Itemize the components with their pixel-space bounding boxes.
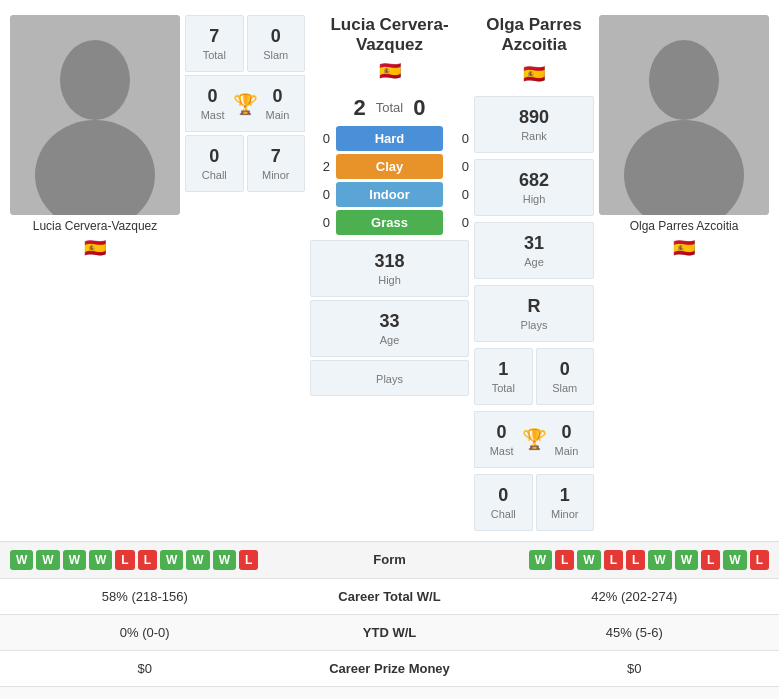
right-player-name-top: Olga Parres Azcoitia bbox=[474, 15, 594, 60]
ytd-wl-right: 45% (5-6) bbox=[500, 625, 770, 640]
left-slam-box: 0 Slam bbox=[247, 15, 306, 72]
total-left: 2 bbox=[354, 95, 366, 121]
right-rank-box: 890 Rank bbox=[474, 96, 594, 153]
left-plays-box: Plays bbox=[310, 360, 469, 396]
right-player-photo bbox=[599, 15, 769, 215]
ytd-wl-left: 0% (0-0) bbox=[10, 625, 280, 640]
right-player-flag: 🇪🇸 bbox=[673, 233, 695, 263]
form-row: W W W W L L W W W L Form W L W L L W W L bbox=[0, 542, 779, 579]
left-form-w5: W bbox=[160, 550, 183, 570]
left-minor-box: 7 Minor bbox=[247, 135, 306, 192]
right-form-w3: W bbox=[648, 550, 671, 570]
left-form-w1: W bbox=[10, 550, 33, 570]
right-player-photo-col: Olga Parres Azcoitia 🇪🇸 bbox=[599, 15, 769, 531]
svg-point-3 bbox=[624, 120, 744, 215]
right-form-l4: L bbox=[701, 550, 720, 570]
form-label: Form bbox=[315, 552, 465, 567]
total-right: 0 bbox=[413, 95, 425, 121]
left-form-l3: L bbox=[239, 550, 258, 570]
left-form-w4: W bbox=[89, 550, 112, 570]
prize-money-row: $0 Career Prize Money $0 bbox=[0, 651, 779, 687]
svg-point-2 bbox=[649, 40, 719, 120]
career-total-label: Career Total W/L bbox=[280, 589, 500, 604]
left-mast-cell: 0 Mast bbox=[201, 86, 225, 121]
left-player-flag: 🇪🇸 bbox=[84, 233, 106, 263]
indoor-row: 0 Indoor 0 bbox=[310, 182, 469, 207]
right-form-l2: L bbox=[604, 550, 623, 570]
left-trophy-row: 0 Mast 🏆 0 Main bbox=[185, 75, 305, 132]
left-form-l2: L bbox=[138, 550, 157, 570]
career-total-left: 58% (218-156) bbox=[10, 589, 280, 604]
clay-row: 2 Clay 0 bbox=[310, 154, 469, 179]
ytd-wl-row: 0% (0-0) YTD W/L 45% (5-6) bbox=[0, 615, 779, 651]
center-col: Lucia Cervera-Vazquez 🇪🇸 2 Total 0 0 Har… bbox=[310, 15, 469, 531]
grass-row: 0 Grass 0 bbox=[310, 210, 469, 235]
right-main-cell: 0 Main bbox=[555, 422, 579, 457]
right-chall-minor: 0 Chall 1 Minor bbox=[474, 474, 594, 531]
right-player-name: Olga Parres Azcoitia bbox=[630, 215, 739, 233]
right-age-box: 31 Age bbox=[474, 222, 594, 279]
right-stats-col: Olga Parres Azcoitia 🇪🇸 890 Rank 682 Hig… bbox=[474, 15, 594, 531]
right-form-l1: L bbox=[555, 550, 574, 570]
right-slam-box: 0 Slam bbox=[536, 348, 595, 405]
grass-btn[interactable]: Grass bbox=[336, 210, 443, 235]
hard-btn[interactable]: Hard bbox=[336, 126, 443, 151]
right-form-w1: W bbox=[529, 550, 552, 570]
left-player-name: Lucia Cervera-Vazquez bbox=[33, 215, 158, 233]
right-form-w4: W bbox=[675, 550, 698, 570]
career-total-right: 42% (202-274) bbox=[500, 589, 770, 604]
left-form-w7: W bbox=[213, 550, 236, 570]
right-flag-top: 🇪🇸 bbox=[474, 63, 594, 93]
right-trophy-row: 0 Mast 🏆 0 Main bbox=[474, 411, 594, 468]
left-chall-minor: 0 Chall 7 Minor bbox=[185, 135, 305, 192]
form-badges-right: W L W L L W W L W L bbox=[465, 550, 770, 570]
clay-btn[interactable]: Clay bbox=[336, 154, 443, 179]
left-trophy-icon: 🏆 bbox=[233, 92, 258, 116]
left-total-slam: 7 Total 0 Slam bbox=[185, 15, 305, 72]
left-high-box: 318 High bbox=[310, 240, 469, 297]
left-main-cell: 0 Main bbox=[266, 86, 290, 121]
left-player-name-top: Lucia Cervera-Vazquez bbox=[310, 15, 469, 60]
total-label: Total bbox=[376, 100, 403, 115]
right-chall-box: 0 Chall bbox=[474, 474, 533, 531]
left-player-photo-col: Lucia Cervera-Vazquez 🇪🇸 bbox=[10, 15, 180, 531]
right-mast-cell: 0 Mast bbox=[490, 422, 514, 457]
right-plays-box: R Plays bbox=[474, 285, 594, 342]
svg-point-0 bbox=[60, 40, 130, 120]
left-stats-col: 7 Total 0 Slam 0 Mast 🏆 0 Main bbox=[185, 15, 305, 531]
left-form-l1: L bbox=[115, 550, 134, 570]
right-form-w2: W bbox=[577, 550, 600, 570]
total-row: 2 Total 0 bbox=[310, 90, 469, 126]
right-form-l5: L bbox=[750, 550, 769, 570]
right-total-slam: 1 Total 0 Slam bbox=[474, 348, 594, 405]
ytd-wl-label: YTD W/L bbox=[280, 625, 500, 640]
left-form-w2: W bbox=[36, 550, 59, 570]
svg-point-1 bbox=[35, 120, 155, 215]
hard-row: 0 Hard 0 bbox=[310, 126, 469, 151]
right-high-box: 682 High bbox=[474, 159, 594, 216]
main-container: Lucia Cervera-Vazquez 🇪🇸 7 Total 0 Slam … bbox=[0, 0, 779, 699]
prize-money-left: $0 bbox=[10, 661, 280, 676]
prize-money-right: $0 bbox=[500, 661, 770, 676]
left-flag-top: 🇪🇸 bbox=[310, 60, 469, 90]
top-section: Lucia Cervera-Vazquez 🇪🇸 7 Total 0 Slam … bbox=[0, 0, 779, 536]
right-trophy-icon: 🏆 bbox=[522, 427, 547, 451]
right-total-box: 1 Total bbox=[474, 348, 533, 405]
surface-rows: 0 Hard 0 2 Clay 0 0 Indoor 0 0 Grass bbox=[310, 126, 469, 235]
prize-money-label: Career Prize Money bbox=[280, 661, 500, 676]
form-badges-left: W W W W L L W W W L bbox=[10, 550, 315, 570]
left-form-w6: W bbox=[186, 550, 209, 570]
bottom-section: W W W W L L W W W L Form W L W L L W W L bbox=[0, 541, 779, 699]
right-form-l3: L bbox=[626, 550, 645, 570]
ytd-titles-row: 0 YTD Titles 0 bbox=[0, 687, 779, 699]
left-total-box: 7 Total bbox=[185, 15, 244, 72]
career-total-row: 58% (218-156) Career Total W/L 42% (202-… bbox=[0, 579, 779, 615]
right-minor-box: 1 Minor bbox=[536, 474, 595, 531]
left-age-box: 33 Age bbox=[310, 300, 469, 357]
indoor-btn[interactable]: Indoor bbox=[336, 182, 443, 207]
left-chall-box: 0 Chall bbox=[185, 135, 244, 192]
left-player-photo bbox=[10, 15, 180, 215]
left-form-w3: W bbox=[63, 550, 86, 570]
right-form-w5: W bbox=[723, 550, 746, 570]
left-center-extras: 318 High 33 Age Plays bbox=[310, 240, 469, 396]
